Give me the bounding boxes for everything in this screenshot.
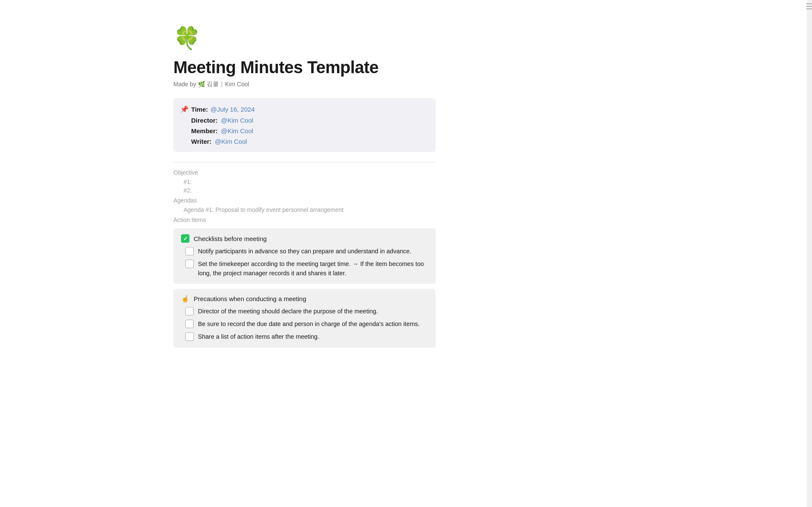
director-label: Director: xyxy=(191,117,218,124)
action-items-section: Action Items Checklists before meeting N… xyxy=(173,217,436,348)
objective-section: Objective #1: #2: xyxy=(173,169,436,194)
checklist-item-2-1: Director of the meeting should declare t… xyxy=(185,307,428,316)
writer-row: Writer: @Kim Cool xyxy=(191,138,427,145)
objective-item1: #1: xyxy=(184,178,436,185)
writer-value: @Kim Cool xyxy=(215,138,247,145)
checklist-item-text-2-1: Director of the meeting should declare t… xyxy=(198,307,428,316)
made-by-label: Made by xyxy=(173,81,196,88)
pin-icon: 📌 xyxy=(180,105,189,113)
precautions-icon: ☝️ xyxy=(181,295,189,303)
checklist-item-1-1: Notify participants in advance so they c… xyxy=(185,247,428,256)
agendas-section: Agendas Agenda #1: Proposal to modify ev… xyxy=(173,197,436,213)
sections-wrapper: Objective #1: #2: Agendas Agenda #1: Pro… xyxy=(173,169,436,348)
sub-info-block: Director: @Kim Cool Member: @Kim Cool Wr… xyxy=(191,117,427,145)
checklist-block-2: ☝️ Precautions when conducting a meeting… xyxy=(173,289,436,347)
member-value: @Kim Cool xyxy=(221,127,253,134)
checkbox-unchecked-2[interactable] xyxy=(185,260,194,268)
time-value: @July 16, 2024 xyxy=(211,106,255,113)
checkbox-unchecked-4[interactable] xyxy=(185,320,194,328)
objective-label: Objective xyxy=(173,169,436,176)
checklist-item-2-2: Be sure to record the due date and perso… xyxy=(185,320,428,329)
checklist-item-text-2-3: Share a list of action items after the m… xyxy=(198,332,428,342)
checklist-item-text-2-2: Be sure to record the due date and perso… xyxy=(198,320,428,329)
scrollbar-line xyxy=(806,6,812,7)
info-block: 📌 Time: @July 16, 2024 Director: @Kim Co… xyxy=(173,98,436,152)
made-by-emoji: 🌿 xyxy=(198,81,205,88)
main-content: 🍀 Meeting Minutes Template Made by 🌿 김쿨 … xyxy=(156,0,453,370)
agendas-label: Agendas xyxy=(173,197,436,204)
checklist-header-text-1: Checklists before meeting xyxy=(194,235,267,242)
scrollbar-line xyxy=(806,8,812,9)
scrollbar[interactable] xyxy=(807,0,812,507)
time-label: Time: xyxy=(191,106,208,113)
member-row: Member: @Kim Cool xyxy=(191,127,427,134)
writer-label: Writer: xyxy=(191,138,211,145)
made-by: Made by 🌿 김쿨 | Kim Cool xyxy=(173,80,436,88)
checkbox-unchecked-5[interactable] xyxy=(185,332,194,341)
divider xyxy=(173,162,436,162)
checkbox-unchecked-1[interactable] xyxy=(185,247,194,255)
time-row: 📌 Time: @July 16, 2024 xyxy=(180,105,427,113)
director-value: @Kim Cool xyxy=(221,117,253,124)
action-items-label: Action Items xyxy=(173,217,436,223)
checklist-item-1-2: Set the timekeeper according to the meet… xyxy=(185,260,428,278)
made-by-korean: 김쿨 xyxy=(207,80,219,88)
checklist-header-text-2: Precautions when conducting a meeting xyxy=(194,295,306,302)
director-row: Director: @Kim Cool xyxy=(191,117,427,124)
checklist-header-1: Checklists before meeting xyxy=(181,234,428,243)
scrollbar-line xyxy=(806,3,812,4)
made-by-name: Kim Cool xyxy=(225,81,249,88)
member-label: Member: xyxy=(191,127,218,134)
checkbox-unchecked-3[interactable] xyxy=(185,307,194,315)
agenda-item1: Agenda #1: Proposal to modify event pers… xyxy=(184,206,436,213)
separator: | xyxy=(221,81,223,88)
checkbox-checked-icon[interactable] xyxy=(181,234,189,243)
checklist-header-2: ☝️ Precautions when conducting a meeting xyxy=(181,295,428,303)
checklist-item-text-1-2: Set the timekeeper according to the meet… xyxy=(198,260,428,278)
page-icon: 🍀 xyxy=(173,25,436,51)
page-title: Meeting Minutes Template xyxy=(173,58,436,77)
checklist-block-1: Checklists before meeting Notify partici… xyxy=(173,228,436,284)
checklist-item-text-1-1: Notify participants in advance so they c… xyxy=(198,247,428,256)
objective-item2: #2: xyxy=(184,187,436,194)
checklist-item-2-3: Share a list of action items after the m… xyxy=(185,332,428,342)
